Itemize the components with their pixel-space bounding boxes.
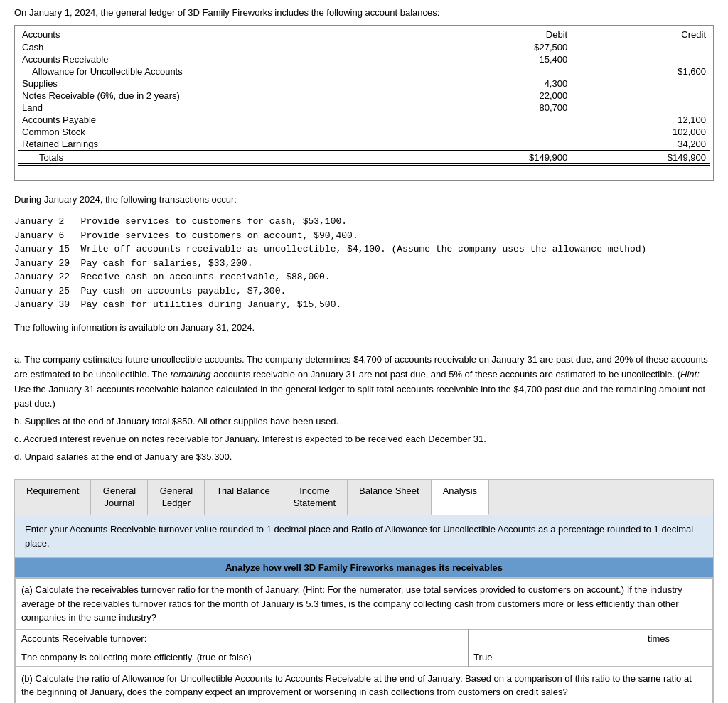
credit-value: 12,100 bbox=[572, 114, 710, 126]
debit-value bbox=[433, 65, 572, 77]
account-name: Accounts Receivable bbox=[18, 53, 433, 65]
tab-balance-sheet[interactable]: Balance Sheet bbox=[348, 480, 432, 515]
credit-value bbox=[572, 77, 710, 90]
ar-turnover-input-cell[interactable] bbox=[469, 629, 643, 648]
tab-general-ledger[interactable]: GeneralLedger bbox=[148, 480, 205, 515]
list-item: January 30 Pay cash for utilities during… bbox=[14, 298, 714, 312]
collecting-row: The company is collecting more efficient… bbox=[16, 648, 713, 667]
table-row: Retained Earnings 34,200 bbox=[18, 138, 710, 151]
ar-turnover-label: Accounts Receivable turnover: bbox=[16, 629, 469, 648]
ar-turnover-input[interactable] bbox=[472, 632, 640, 645]
transactions-list: January 2 Provide services to customers … bbox=[14, 215, 714, 312]
debit-value bbox=[433, 126, 572, 138]
collecting-input[interactable] bbox=[472, 650, 640, 664]
credit-value: 102,000 bbox=[572, 126, 710, 138]
ar-turnover-unit: times bbox=[643, 629, 712, 648]
account-name: Allowance for Uncollectible Accounts bbox=[18, 65, 433, 77]
col-header-debit: Debit bbox=[433, 28, 572, 41]
account-name: Accounts Payable bbox=[18, 114, 433, 126]
list-item: January 2 Provide services to customers … bbox=[14, 215, 714, 229]
info-section: The following information is available o… bbox=[14, 321, 714, 465]
analysis-section: Analyze how well 3D Family Fireworks man… bbox=[15, 558, 713, 703]
ar-turnover-row: Accounts Receivable turnover: times bbox=[16, 629, 713, 648]
account-name: Supplies bbox=[18, 77, 433, 90]
info-item-a: a. The company estimates future uncollec… bbox=[14, 353, 714, 412]
list-item: January 22 Receive cash on accounts rece… bbox=[14, 270, 714, 284]
analysis-table: (a) Calculate the receivables turnover r… bbox=[15, 578, 713, 703]
collecting-label: The company is collecting more efficient… bbox=[16, 648, 469, 667]
account-name: Cash bbox=[18, 41, 433, 54]
tab-income-statement[interactable]: IncomeStatement bbox=[282, 480, 348, 515]
totals-label: Totals bbox=[18, 151, 433, 165]
totals-row: Totals $149,900 $149,900 bbox=[18, 151, 710, 165]
tabs-container: Requirement GeneralJournal GeneralLedger… bbox=[14, 479, 714, 515]
table-header-row: Accounts Debit Credit bbox=[18, 28, 710, 41]
account-name: Notes Receivable (6%, due in 2 years) bbox=[18, 90, 433, 102]
account-name: Land bbox=[18, 102, 433, 114]
credit-value bbox=[572, 90, 710, 102]
table-row: Cash $27,500 bbox=[18, 41, 710, 54]
table-row: Common Stock 102,000 bbox=[18, 126, 710, 138]
tab-instruction: Enter your Accounts Receivable turnover … bbox=[15, 515, 713, 558]
credit-value bbox=[572, 41, 710, 54]
table-row: Land 80,700 bbox=[18, 102, 710, 114]
tab-requirement[interactable]: Requirement bbox=[15, 480, 91, 515]
collecting-input-cell[interactable] bbox=[469, 648, 643, 667]
totals-debit: $149,900 bbox=[433, 151, 572, 165]
list-item: January 20 Pay cash for salaries, $33,20… bbox=[14, 257, 714, 271]
list-item: January 6 Provide services to customers … bbox=[14, 229, 714, 243]
part-b-desc-row: (b) Calculate the ratio of Allowance for… bbox=[16, 667, 713, 703]
part-b-desc: (b) Calculate the ratio of Allowance for… bbox=[16, 667, 713, 703]
account-name: Retained Earnings bbox=[18, 138, 433, 151]
table-row: Accounts Receivable 15,400 bbox=[18, 53, 710, 65]
balances-table: Accounts Debit Credit Cash $27,500 Accou… bbox=[18, 28, 710, 166]
table-row: Supplies 4,300 bbox=[18, 77, 710, 90]
analysis-title: Analyze how well 3D Family Fireworks man… bbox=[15, 558, 713, 578]
part-a-desc: (a) Calculate the receivables turnover r… bbox=[16, 579, 713, 630]
totals-credit: $149,900 bbox=[572, 151, 710, 165]
tab-trial-balance[interactable]: Trial Balance bbox=[205, 480, 282, 515]
debit-value: 80,700 bbox=[433, 102, 572, 114]
debit-value: 22,000 bbox=[433, 90, 572, 102]
tab-content-analysis: Enter your Accounts Receivable turnover … bbox=[14, 515, 714, 703]
debit-value: $27,500 bbox=[433, 41, 572, 54]
credit-value: $1,600 bbox=[572, 65, 710, 77]
debit-value bbox=[433, 114, 572, 126]
list-item: January 15 Write off accounts receivable… bbox=[14, 242, 714, 257]
debit-value bbox=[433, 138, 572, 151]
info-item-d: d. Unpaid salaries at the end of January… bbox=[14, 450, 714, 465]
part-a-desc-row: (a) Calculate the receivables turnover r… bbox=[16, 579, 713, 630]
list-item: January 25 Pay cash on accounts payable,… bbox=[14, 284, 714, 299]
col-header-credit: Credit bbox=[572, 28, 710, 41]
credit-value: 34,200 bbox=[572, 138, 710, 151]
intro-text: On January 1, 2024, the general ledger o… bbox=[14, 7, 714, 18]
account-name: Common Stock bbox=[18, 126, 433, 138]
col-header-accounts: Accounts bbox=[18, 28, 433, 41]
balances-section: Accounts Debit Credit Cash $27,500 Accou… bbox=[14, 25, 714, 181]
transactions-intro: During January 2024, the following trans… bbox=[14, 194, 714, 205]
debit-value: 15,400 bbox=[433, 53, 572, 65]
table-row: Allowance for Uncollectible Accounts $1,… bbox=[18, 65, 710, 77]
info-intro: The following information is available o… bbox=[14, 321, 714, 336]
credit-value bbox=[572, 53, 710, 65]
tab-analysis[interactable]: Analysis bbox=[432, 480, 489, 515]
table-row: Notes Receivable (6%, due in 2 years) 22… bbox=[18, 90, 710, 102]
collecting-unit bbox=[643, 648, 712, 667]
instruction-text: Enter your Accounts Receivable turnover … bbox=[25, 524, 693, 549]
debit-value: 4,300 bbox=[433, 77, 572, 90]
info-item-b: b. Supplies at the end of January total … bbox=[14, 414, 714, 429]
transactions-section: During January 2024, the following trans… bbox=[14, 194, 714, 205]
info-item-c: c. Accrued interest revenue on notes rec… bbox=[14, 432, 714, 447]
table-row: Accounts Payable 12,100 bbox=[18, 114, 710, 126]
credit-value bbox=[572, 102, 710, 114]
tab-general-journal[interactable]: GeneralJournal bbox=[91, 480, 148, 515]
